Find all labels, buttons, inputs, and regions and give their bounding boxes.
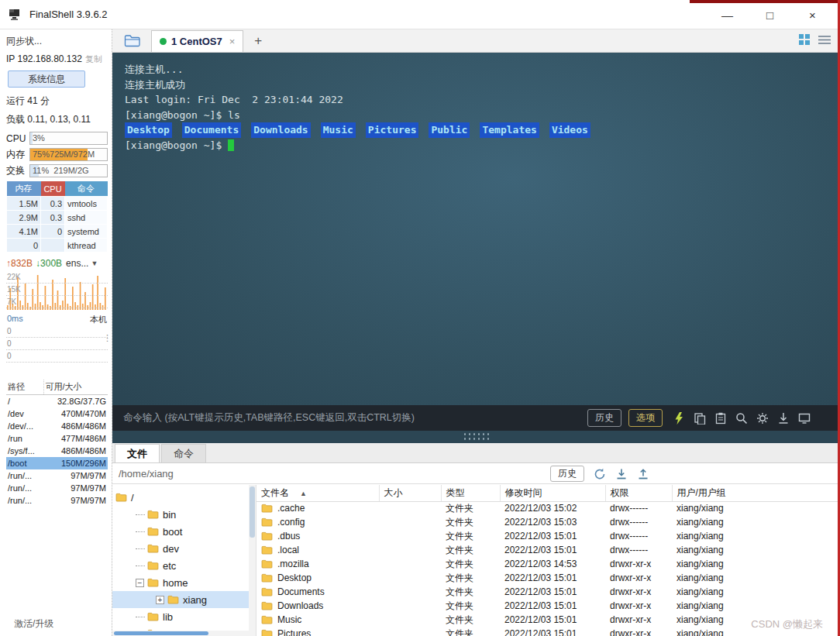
copy-icon[interactable] xyxy=(694,412,706,425)
file-col-header[interactable]: 修改时间 xyxy=(500,485,605,501)
disk-row[interactable]: /boot150M/296M xyxy=(6,457,108,469)
tree-item-bin[interactable]: bin xyxy=(112,506,249,523)
disk-row[interactable]: /dev470M/470M xyxy=(6,407,108,420)
collapse-handle-icon[interactable]: − xyxy=(136,579,144,587)
download-icon[interactable] xyxy=(777,412,790,425)
process-col-header[interactable]: 内存 xyxy=(7,181,41,197)
table-row[interactable]: .cache文件夹2022/12/03 15:02drwx------xiang… xyxy=(256,501,840,515)
shell-prompt: [xiang@bogon ~]$ xyxy=(125,139,222,151)
copy-ip-button[interactable]: 复制 xyxy=(85,54,102,64)
file-table[interactable]: 文件名▲大小类型修改时间权限用户/用户组 .cache文件夹2022/12/03… xyxy=(256,485,840,636)
tree-item-label: bin xyxy=(163,509,176,521)
disk-row[interactable]: /32.8G/37.7G xyxy=(6,395,108,407)
panel-splitter[interactable] xyxy=(112,431,840,443)
table-row[interactable]: .local文件夹2022/12/03 15:01drwx------xiang… xyxy=(256,543,840,557)
new-tab-button[interactable]: + xyxy=(251,33,265,49)
command-options-button[interactable]: 选项 xyxy=(628,409,663,427)
tree-item-lib[interactable]: lib xyxy=(112,608,249,625)
disk-row[interactable]: /sys/f...486M/486M xyxy=(6,445,108,457)
file-col-header[interactable]: 权限 xyxy=(605,485,672,501)
tree-item-dev[interactable]: dev xyxy=(112,540,249,557)
file-name: Desktop xyxy=(277,572,312,583)
app-logo-icon xyxy=(8,8,23,21)
tab-close-icon[interactable]: × xyxy=(229,36,236,47)
tab-centos7[interactable]: 1 CentOS7 × xyxy=(151,30,243,52)
expand-handle-icon[interactable]: + xyxy=(156,596,164,604)
tree-connector xyxy=(136,566,145,566)
file-panel-tab-commands[interactable]: 命令 xyxy=(161,444,206,462)
tree-item-xiang[interactable]: +xiang xyxy=(112,591,249,608)
network-stats[interactable]: ↑ 832B ↓ 300B ens... ▼ xyxy=(6,258,108,269)
chevron-down-icon[interactable]: ▼ xyxy=(91,260,98,267)
monitor-icon[interactable] xyxy=(798,412,811,425)
table-row[interactable]: Desktop文件夹2022/12/03 15:01drwxr-xr-xxian… xyxy=(256,571,840,585)
scrollbar-thumb[interactable] xyxy=(250,486,255,538)
table-row[interactable]: .dbus文件夹2022/12/03 15:01drwx------xiang/… xyxy=(256,529,840,543)
scrollbar-thumb[interactable] xyxy=(114,631,208,635)
file-table-area: 文件名▲大小类型修改时间权限用户/用户组 .cache文件夹2022/12/03… xyxy=(256,485,840,636)
upload-file-icon[interactable] xyxy=(637,468,649,480)
lightning-icon[interactable] xyxy=(673,412,685,425)
folder-icon xyxy=(261,601,273,610)
disk-row[interactable]: /run/...97M/97M xyxy=(6,494,108,507)
layout-grid-icon[interactable] xyxy=(799,34,810,48)
process-col-header[interactable]: 命令 xyxy=(65,181,108,197)
gear-icon[interactable] xyxy=(756,412,769,425)
table-row[interactable]: Downloads文件夹2022/12/03 15:01drwxr-xr-xxi… xyxy=(256,599,840,613)
file-col-header[interactable]: 用户/用户组 xyxy=(672,485,840,501)
download-file-icon[interactable] xyxy=(615,468,628,480)
process-row[interactable]: 1.5M0.3vmtools xyxy=(7,197,108,211)
search-icon[interactable] xyxy=(735,412,748,425)
activate-upgrade-link[interactable]: 激活/升级 xyxy=(14,617,53,631)
net-chart-label: 15K xyxy=(6,284,108,296)
disk-col-header[interactable]: 路径 xyxy=(6,380,43,395)
table-row[interactable]: .config文件夹2022/12/03 15:03drwx------xian… xyxy=(256,515,840,529)
disk-row[interactable]: /dev/...486M/486M xyxy=(6,420,108,432)
command-input[interactable]: 命令输入 (按ALT键提示历史,TAB键路径,ESC键返回,双击CTRL切换) xyxy=(123,411,580,425)
folder-icon xyxy=(261,504,273,513)
path-input[interactable]: /home/xiang xyxy=(119,468,174,480)
maximize-button[interactable]: □ xyxy=(749,0,791,29)
process-table[interactable]: 内存CPU命令 1.5M0.3vmtools2.9M0.3sshd4.1M0sy… xyxy=(6,181,108,253)
command-history-button[interactable]: 历史 xyxy=(587,409,621,427)
refresh-icon[interactable] xyxy=(594,468,606,480)
process-col-header[interactable]: CPU xyxy=(41,181,65,197)
terminal[interactable]: 连接主机... 连接主机成功 Last login: Fri Dec 2 23:… xyxy=(112,53,840,443)
tab-list-icon[interactable] xyxy=(818,34,831,48)
tree-item-home[interactable]: −home xyxy=(112,574,249,591)
file-col-header[interactable]: 类型 xyxy=(441,485,500,501)
table-row[interactable]: .mozilla文件夹2022/12/03 14:53drwxr-xr-xxia… xyxy=(256,557,840,571)
file-col-header[interactable]: 文件名▲ xyxy=(256,485,379,501)
disk-row[interactable]: /run/...97M/97M xyxy=(6,469,108,482)
sidebar-resize-grip[interactable]: ⋮ xyxy=(103,333,112,343)
tree-item-boot[interactable]: boot xyxy=(112,523,249,540)
file-name: Downloads xyxy=(277,600,323,611)
minimize-button[interactable]: — xyxy=(706,0,749,29)
tree-horizontal-scrollbar[interactable] xyxy=(112,631,249,636)
command-input-bar: 命令输入 (按ALT键提示历史,TAB键路径,ESC键返回,双击CTRL切换) … xyxy=(112,405,840,431)
process-row[interactable]: 4.1M0systemd xyxy=(7,225,108,239)
file-panel-tab-files[interactable]: 文件 xyxy=(115,444,160,462)
table-row[interactable]: Documents文件夹2022/12/03 15:01drwxr-xr-xxi… xyxy=(256,585,840,599)
disk-col-header[interactable]: 可用/大小 xyxy=(43,380,108,395)
tree-item-etc[interactable]: etc xyxy=(112,557,249,574)
connection-manager-button[interactable] xyxy=(119,30,146,50)
capture-border-top xyxy=(690,0,840,3)
ls-entry: Desktop xyxy=(125,122,172,138)
process-row[interactable]: 2.9M0.3sshd xyxy=(7,211,108,225)
system-info-button[interactable]: 系统信息 xyxy=(8,70,85,88)
clipboard-icon[interactable] xyxy=(714,412,727,425)
memory-value: 75%725M/972M xyxy=(33,149,95,160)
interface-name[interactable]: ens... xyxy=(66,258,88,269)
disk-row[interactable]: /run/...97M/97M xyxy=(6,482,108,494)
folder-icon xyxy=(147,510,159,519)
disk-row[interactable]: /run477M/486M xyxy=(6,432,108,445)
close-button[interactable]: × xyxy=(791,0,834,29)
process-row[interactable]: 0kthread xyxy=(7,239,108,253)
tree-vertical-scrollbar[interactable] xyxy=(249,485,256,636)
file-col-header[interactable]: 大小 xyxy=(379,485,441,501)
net-chart-label: 22K xyxy=(6,271,108,284)
disk-table[interactable]: 路径可用/大小 /32.8G/37.7G/dev470M/470M/dev/..… xyxy=(6,380,108,507)
tree-item-[interactable]: / xyxy=(112,489,249,506)
path-history-button[interactable]: 历史 xyxy=(550,466,584,482)
